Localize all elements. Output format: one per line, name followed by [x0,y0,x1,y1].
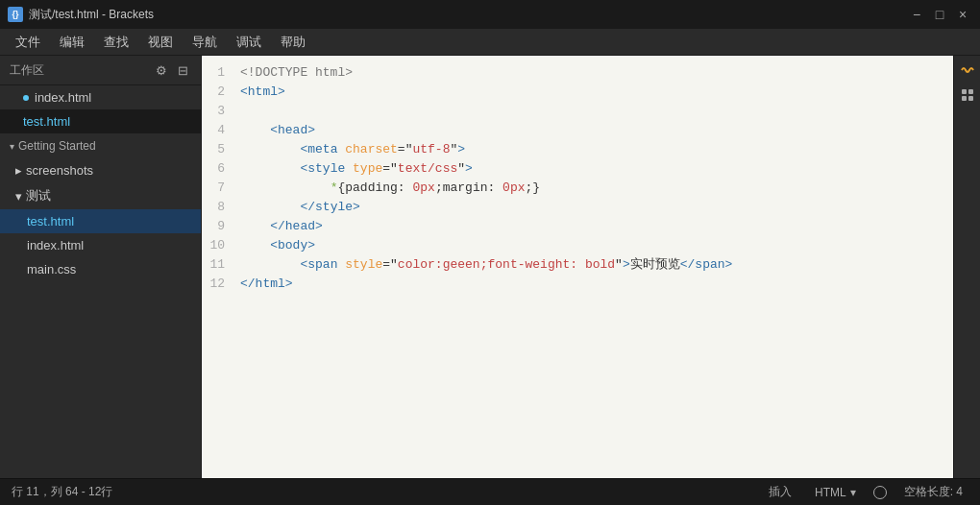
sidebar-item-main-css[interactable]: main.css [0,257,201,281]
line-num-6: 6 [202,159,240,179]
sidebar-item-index-html-folder[interactable]: index.html [0,233,201,257]
code-line-8: 8 </style> [202,198,953,217]
sidebar: 工作区 ⚙ ⊟ index.html test.html ▾ Getting S… [0,56,202,478]
line-content-9: </head> [240,217,323,236]
minimize-button[interactable]: − [907,5,926,24]
line-num-7: 7 [202,179,240,198]
editor-area: 1 <!DOCTYPE html> 2 <html> 3 4 <head> 5 [202,56,953,478]
line-content-1: <!DOCTYPE html> [240,63,353,83]
split-icon[interactable]: ⊟ [174,61,191,79]
puzzle-icon [960,87,975,103]
live-preview-icon[interactable] [957,60,978,81]
menu-edit[interactable]: 编辑 [50,30,94,55]
line-content-11: <span style="color:geeen;font-weight: bo… [240,255,732,275]
statusbar-right: 插入 HTML ▾ 空格长度: 4 [763,482,968,502]
line-num-5: 5 [202,140,240,159]
menu-debug[interactable]: 调试 [227,30,271,55]
status-circle [873,486,887,499]
folder-name: 测试 [26,187,51,204]
code-line-10: 10 <body> [202,236,953,255]
editor-content[interactable]: 1 <!DOCTYPE html> 2 <html> 3 4 <head> 5 [202,56,953,478]
close-button[interactable]: × [953,5,972,24]
section-arrow: ▾ [10,141,14,152]
svg-rect-2 [962,96,967,101]
line-num-4: 4 [202,121,240,140]
section-label: Getting Started [18,139,96,153]
line-num-11: 11 [202,255,240,275]
file-name: test.html [27,214,74,228]
line-content-6: <style type="text/css"> [240,159,473,179]
line-content-3 [240,102,248,121]
sidebar-item-test-html[interactable]: test.html [0,109,201,133]
code-line-5: 5 <meta charset="utf-8"> [202,140,953,159]
folder-arrow: ▸ [15,163,22,178]
svg-rect-1 [968,89,973,94]
sidebar-item-test-html-folder[interactable]: test.html [0,209,201,233]
code-line-7: 7 *{padding: 0px;margin: 0px;} [202,179,953,198]
sidebar-section-getting-started[interactable]: ▾ Getting Started [0,133,201,158]
file-name: test.html [23,114,70,129]
line-content-8: </style> [240,198,360,217]
main-layout: 工作区 ⚙ ⊟ index.html test.html ▾ Getting S… [0,56,980,478]
line-content-5: <meta charset="utf-8"> [240,140,465,159]
code-line-4: 4 <head> [202,121,953,140]
code-line-2: 2 <html> [202,83,953,102]
code-line-9: 9 </head> [202,217,953,236]
menu-help[interactable]: 帮助 [271,30,315,55]
line-content-10: <body> [240,236,315,255]
line-content-2: <html> [240,83,285,102]
app-icon: {} [8,7,23,22]
code-line-6: 6 <style type="text/css"> [202,159,953,179]
file-name: index.html [35,90,91,105]
titlebar-left: {} 测试/test.html - Brackets [8,7,154,23]
language-arrow: ▾ [850,486,856,499]
code-line-3: 3 [202,102,953,121]
line-num-2: 2 [202,83,240,102]
window-controls: − □ × [907,5,972,24]
menu-find[interactable]: 查找 [94,30,138,55]
titlebar: {} 测试/test.html - Brackets − □ × [0,0,980,29]
folder-arrow: ▾ [15,189,22,204]
insert-label: 插入 [769,484,792,500]
line-num-9: 9 [202,217,240,236]
folder-name: screenshots [26,163,93,178]
svg-rect-0 [962,89,967,94]
indent-label: 空格长度: 4 [904,484,963,500]
sidebar-header-icons: ⚙ ⊟ [153,61,191,79]
indent-size[interactable]: 空格长度: 4 [898,482,968,502]
statusbar: 行 11，列 64 - 12行 插入 HTML ▾ 空格长度: 4 [0,478,980,505]
line-num-8: 8 [202,198,240,217]
language-selector[interactable]: HTML ▾ [809,484,862,501]
code-line-11: 11 <span style="color:geeen;font-weight:… [202,255,953,275]
settings-icon[interactable]: ⚙ [153,61,170,79]
insert-mode[interactable]: 插入 [763,482,797,502]
extension-icon[interactable] [957,84,978,106]
sidebar-folder-screenshots[interactable]: ▸ screenshots [0,158,201,182]
line-num-3: 3 [202,102,240,121]
line-content-12: </html> [240,275,293,294]
menu-nav[interactable]: 导航 [183,30,227,55]
maximize-button[interactable]: □ [930,5,949,24]
line-content-7: *{padding: 0px;margin: 0px;} [240,179,540,198]
wave-icon [960,62,975,78]
line-content-4: <head> [240,121,315,140]
file-name: index.html [27,238,84,252]
menu-file[interactable]: 文件 [6,30,50,55]
menubar: 文件 编辑 查找 视图 导航 调试 帮助 [0,29,980,56]
line-num-10: 10 [202,236,240,255]
language-label: HTML [815,486,846,499]
sidebar-folder-test[interactable]: ▾ 测试 [0,182,201,209]
line-num-1: 1 [202,63,240,83]
code-line-1: 1 <!DOCTYPE html> [202,63,953,83]
svg-rect-3 [968,96,973,101]
file-name: main.css [27,262,76,277]
right-sidebar [953,56,980,478]
sidebar-header: 工作区 ⚙ ⊟ [0,56,201,85]
cursor-position: 行 11，列 64 - 12行 [12,484,112,500]
file-dot [23,95,29,101]
titlebar-title: 测试/test.html - Brackets [29,7,154,23]
menu-view[interactable]: 视图 [138,30,183,55]
workspace-label: 工作区 [10,62,44,79]
sidebar-item-index-html[interactable]: index.html [0,85,201,109]
code-line-12: 12 </html> [202,275,953,294]
